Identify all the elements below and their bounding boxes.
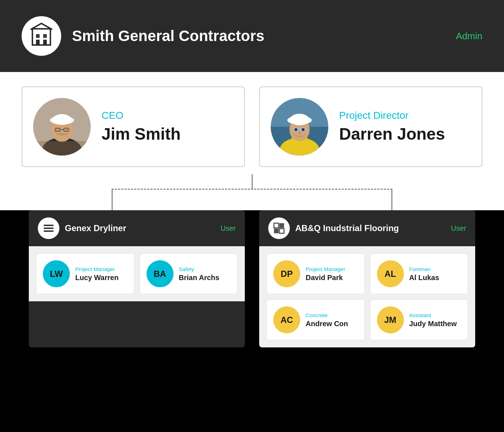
jm-name: Judy Matthew bbox=[409, 320, 457, 328]
genex-logo-name: Genex Dryliner bbox=[38, 217, 126, 239]
svg-point-32 bbox=[298, 131, 301, 134]
lw-name: Lucy Warren bbox=[75, 274, 118, 282]
svg-rect-36 bbox=[274, 223, 279, 228]
svg-rect-0 bbox=[32, 29, 50, 45]
ceo-card: CEO Jim Smith bbox=[22, 86, 245, 167]
ceo-name: Jim Smith bbox=[102, 124, 181, 144]
lw-info: Project Manager Lucy Warren bbox=[75, 266, 118, 282]
bottom-section: Genex Dryliner User LW Project Manager L… bbox=[0, 210, 504, 369]
pd-info: Project Director Darren Jones bbox=[339, 110, 445, 144]
lw-role: Project Manager bbox=[75, 266, 118, 272]
genex-logo bbox=[38, 217, 59, 239]
al-name: Al Lukas bbox=[409, 274, 439, 282]
building-icon bbox=[27, 22, 56, 50]
abq-header: AB&Q Inudstrial Flooring User bbox=[259, 210, 475, 246]
avatar-ac: AC bbox=[273, 306, 300, 333]
abq-logo-name: AB&Q Inudstrial Flooring bbox=[268, 217, 399, 239]
avatar-lw: LW bbox=[43, 260, 70, 287]
svg-rect-3 bbox=[36, 40, 40, 45]
svg-rect-39 bbox=[279, 229, 284, 233]
ceo-info: CEO Jim Smith bbox=[102, 110, 181, 144]
dp-name: David Park bbox=[306, 274, 345, 282]
genex-name: Genex Dryliner bbox=[65, 223, 126, 233]
svg-rect-38 bbox=[274, 229, 279, 233]
pd-name: Darren Jones bbox=[339, 124, 445, 144]
dp-info: Project Manager David Park bbox=[306, 266, 345, 282]
abq-logo-icon bbox=[272, 221, 286, 235]
ac-info: Concrete Andrew Con bbox=[306, 312, 348, 328]
jm-info: Assistant Judy Matthew bbox=[409, 312, 457, 328]
mini-card-ac[interactable]: AC Concrete Andrew Con bbox=[266, 300, 365, 340]
header: Smith General Contractors Admin bbox=[0, 0, 504, 72]
svg-point-14 bbox=[53, 114, 71, 125]
pd-card: Project Director Darren Jones bbox=[259, 86, 482, 167]
dashed-line bbox=[112, 189, 392, 190]
genex-user-label: User bbox=[221, 224, 236, 233]
svg-point-30 bbox=[294, 128, 297, 131]
abq-body: DP Project Manager David Park AL Foreman… bbox=[259, 246, 475, 347]
ceo-role: CEO bbox=[102, 110, 181, 121]
company-name: Smith General Contractors bbox=[72, 27, 264, 45]
avatar-ba: BA bbox=[147, 260, 174, 287]
avatar-dp: DP bbox=[273, 260, 300, 287]
admin-label: Admin bbox=[456, 31, 482, 42]
ba-name: Brian Archs bbox=[179, 274, 220, 282]
ceo-photo-svg bbox=[33, 98, 91, 156]
ac-name: Andrew Con bbox=[306, 320, 348, 328]
svg-rect-37 bbox=[279, 223, 284, 228]
mini-card-ba[interactable]: BA Safety Brian Archs bbox=[140, 253, 238, 294]
header-left: Smith General Contractors bbox=[22, 16, 264, 56]
spacer-top bbox=[0, 167, 504, 174]
mini-card-al[interactable]: AL Foreman Al Lukas bbox=[370, 253, 468, 294]
avatar-al: AL bbox=[377, 260, 404, 287]
abq-user-label: User bbox=[451, 224, 466, 233]
svg-rect-20 bbox=[33, 141, 91, 156]
pd-role: Project Director bbox=[339, 110, 445, 121]
vertical-connector bbox=[252, 174, 253, 189]
genex-card: Genex Dryliner User LW Project Manager L… bbox=[29, 210, 245, 347]
ac-role: Concrete bbox=[306, 312, 348, 318]
ba-role: Safety bbox=[179, 266, 220, 272]
genex-logo-icon bbox=[41, 221, 56, 235]
svg-point-31 bbox=[302, 128, 305, 131]
genex-header: Genex Dryliner User bbox=[29, 210, 245, 246]
mini-card-jm[interactable]: JM Assistant Judy Matthew bbox=[370, 300, 468, 340]
abq-card: AB&Q Inudstrial Flooring User DP Project… bbox=[259, 210, 475, 347]
dashed-connector-row bbox=[0, 189, 504, 210]
ba-info: Safety Brian Archs bbox=[179, 266, 220, 282]
company-logo bbox=[22, 16, 61, 56]
top-section: CEO Jim Smith bbox=[0, 72, 504, 167]
dp-role: Project Manager bbox=[306, 266, 345, 272]
left-drop bbox=[112, 189, 113, 210]
avatar-jm: JM bbox=[377, 306, 404, 333]
right-drop bbox=[391, 189, 392, 210]
pd-photo bbox=[271, 98, 328, 156]
genex-body: LW Project Manager Lucy Warren BA Safety… bbox=[29, 246, 245, 301]
al-info: Foreman Al Lukas bbox=[409, 266, 439, 282]
al-role: Foreman bbox=[409, 266, 439, 272]
svg-point-28 bbox=[290, 114, 309, 125]
jm-role: Assistant bbox=[409, 312, 457, 318]
ceo-photo bbox=[33, 98, 91, 156]
svg-rect-4 bbox=[43, 40, 47, 45]
pd-photo-svg bbox=[271, 98, 328, 156]
abq-logo bbox=[268, 217, 290, 239]
mini-card-lw[interactable]: LW Project Manager Lucy Warren bbox=[36, 253, 134, 294]
abq-name: AB&Q Inudstrial Flooring bbox=[295, 223, 399, 233]
connector-top bbox=[0, 174, 504, 189]
mini-card-dp[interactable]: DP Project Manager David Park bbox=[266, 253, 365, 294]
